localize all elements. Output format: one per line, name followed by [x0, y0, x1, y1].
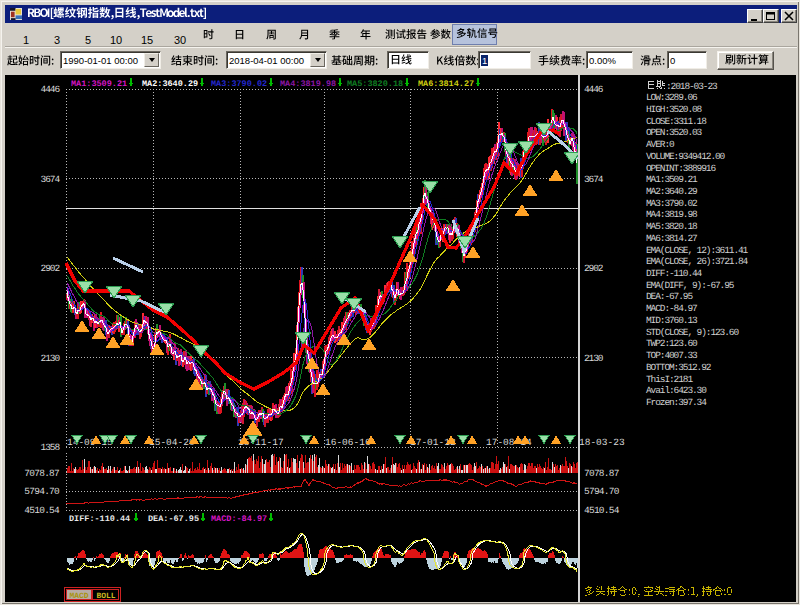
svg-text:MA4:3819.98: MA4:3819.98 — [646, 209, 698, 220]
svg-text:EMA(CLOSE, 26):3721.84: EMA(CLOSE, 26):3721.84 — [646, 256, 749, 267]
svg-text:LOW:3289.06: LOW:3289.06 — [646, 92, 698, 103]
svg-text:MA5:3820.18: MA5:3820.18 — [347, 79, 403, 89]
svg-text:EMA(DIFF, 9):-67.95: EMA(DIFF, 9):-67.95 — [646, 280, 735, 291]
svg-text:MA2:3640.29: MA2:3640.29 — [142, 79, 198, 89]
svg-text:AVER:0: AVER:0 — [646, 139, 675, 150]
svg-text:TWP2:123.60: TWP2:123.60 — [646, 338, 698, 349]
svg-text::2018-03-23: :2018-03-23 — [666, 81, 718, 92]
svg-text:TOP:4007.33: TOP:4007.33 — [646, 350, 698, 361]
svg-text:2130: 2130 — [41, 353, 61, 364]
svg-text:5794.70: 5794.70 — [24, 486, 60, 497]
svg-text:4446: 4446 — [584, 84, 604, 95]
svg-text:BOTTOM:3512.92: BOTTOM:3512.92 — [646, 362, 712, 373]
svg-text:MA6:3814.27: MA6:3814.27 — [418, 79, 474, 89]
svg-text:7078.87: 7078.87 — [24, 468, 59, 479]
svg-text:DIFF:-110.44: DIFF:-110.44 — [69, 514, 130, 524]
svg-text:MA1:3509.21: MA1:3509.21 — [71, 79, 127, 89]
svg-text:CLOSE:3311.18: CLOSE:3311.18 — [646, 116, 707, 127]
svg-text:MID:3760.13: MID:3760.13 — [646, 315, 698, 326]
svg-text:MACD:-84.97: MACD:-84.97 — [646, 303, 697, 314]
svg-text:DIFF:-110.44: DIFF:-110.44 — [646, 268, 703, 279]
svg-text:15-04-20: 15-04-20 — [149, 437, 195, 448]
svg-text:5794.70: 5794.70 — [584, 486, 620, 497]
svg-text:HIGH:3520.08: HIGH:3520.08 — [646, 104, 703, 115]
svg-text:BOLL: BOLL — [96, 592, 115, 601]
svg-text:OPEN:3520.03: OPEN:3520.03 — [646, 127, 703, 138]
svg-text:3674: 3674 — [41, 174, 61, 185]
svg-text:MA6:3814.27: MA6:3814.27 — [646, 233, 697, 244]
svg-text:4510.54: 4510.54 — [584, 505, 620, 516]
svg-text:2902: 2902 — [41, 263, 61, 274]
svg-text:VOLUME:9349412.00: VOLUME:9349412.00 — [646, 151, 726, 162]
svg-text:DEA:-67.95: DEA:-67.95 — [646, 291, 693, 302]
svg-text:MA5:3820.18: MA5:3820.18 — [646, 221, 698, 232]
svg-text:4446: 4446 — [41, 84, 61, 95]
svg-text:MACD:-84.97: MACD:-84.97 — [211, 514, 267, 524]
svg-text:3674: 3674 — [584, 174, 604, 185]
svg-text:MA1:3509.21: MA1:3509.21 — [646, 174, 698, 185]
svg-text:OPENINT:3889916: OPENINT:3889916 — [646, 163, 716, 174]
svg-text:Frozen:397.34: Frozen:397.34 — [646, 397, 707, 408]
svg-text:MA3:3790.02: MA3:3790.02 — [646, 198, 698, 209]
svg-text:7078.87: 7078.87 — [584, 468, 619, 479]
svg-text:EMA(CLOSE, 12):3611.41: EMA(CLOSE, 12):3611.41 — [646, 245, 749, 256]
svg-text:Avail:6423.30: Avail:6423.30 — [646, 385, 707, 396]
svg-text:MA4:3819.98: MA4:3819.98 — [280, 79, 336, 89]
svg-text:ThisI:2181: ThisI:2181 — [646, 374, 693, 385]
svg-text:DEA:-67.95: DEA:-67.95 — [148, 514, 199, 524]
svg-text:18-03-23: 18-03-23 — [579, 437, 625, 448]
svg-text:MA3:3790.02: MA3:3790.02 — [211, 79, 267, 89]
svg-text:STD(CLOSE, 9):123.60: STD(CLOSE, 9):123.60 — [646, 327, 739, 338]
svg-text:1358: 1358 — [41, 442, 61, 453]
svg-text:2902: 2902 — [584, 263, 604, 274]
svg-text:16-06-16: 16-06-16 — [325, 437, 371, 448]
svg-text:MA2:3640.29: MA2:3640.29 — [646, 186, 698, 197]
svg-text:MACD: MACD — [69, 592, 88, 601]
svg-text:4510.54: 4510.54 — [24, 505, 60, 516]
svg-text:2130: 2130 — [584, 353, 604, 364]
